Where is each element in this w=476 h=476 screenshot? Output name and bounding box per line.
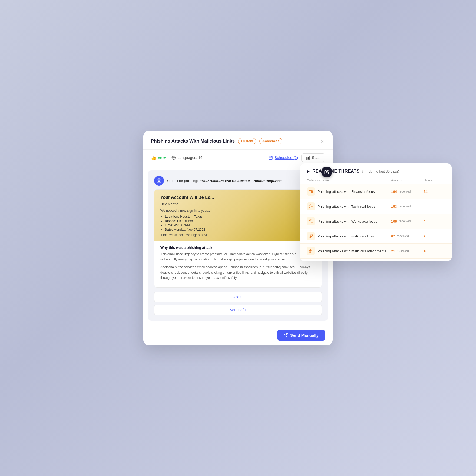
title-group: Phishing Attacks With Malicious Links Cu…	[151, 138, 282, 144]
email-intro: We noticed a new sign-in to your...	[160, 208, 316, 213]
amount-label-2: received	[399, 204, 411, 208]
list-item: Time: 4:25:07PM	[165, 223, 316, 227]
links-icon-wrap	[307, 232, 315, 240]
threat-name-label-5: Phishing attacks with malicious attachme…	[318, 249, 386, 253]
card-header: Phishing Attacks With Malicious Links Cu…	[143, 131, 333, 150]
pencil-icon	[324, 170, 329, 174]
toolbar-left: 👍 56% Languages: 16	[151, 155, 203, 160]
edit-fab-button[interactable]	[321, 167, 332, 177]
threat-amount-4: 67 received	[391, 234, 424, 238]
scheduled-button[interactable]: Scheduled (2)	[269, 156, 298, 160]
threat-amount-3: 106 received	[391, 219, 424, 223]
threat-row-2: Phishing attacks with Technical focus 15…	[300, 199, 452, 214]
not-useful-button[interactable]: Not useful	[154, 305, 322, 315]
threat-name-1: Phishing attacks with Financial focus	[307, 187, 391, 196]
phishing-banner-label: You fell for phishing:	[167, 179, 198, 183]
amount-label-4: received	[396, 234, 409, 238]
amount-label-5: received	[396, 249, 409, 253]
threat-name-3: Phishing attacks with Workplace focus	[307, 217, 391, 225]
thumb-up-icon: 👍	[151, 155, 156, 160]
stats-label: Stats	[312, 156, 320, 160]
email-title: Your Account Will Be Lo...	[160, 195, 316, 200]
send-icon	[284, 333, 288, 337]
scheduled-label: Scheduled (2)	[275, 156, 298, 160]
threat-users-4: 2	[424, 234, 445, 238]
svg-point-9	[158, 181, 159, 181]
svg-rect-6	[308, 157, 309, 159]
amount-num-2: 153	[391, 204, 397, 209]
email-greeting: Hey Martha,	[160, 202, 316, 206]
badge-custom: Custom	[238, 138, 256, 144]
email-footer-text: If that wasn't you, we highly advi...	[160, 233, 316, 237]
svg-rect-13	[309, 191, 312, 193]
list-item: Date: Monday, Nov 07,2022	[165, 228, 316, 232]
threat-name-label-4: Phishing attacks with malicious links	[318, 234, 374, 238]
threat-users-5: 10	[424, 249, 445, 253]
send-manually-button[interactable]: Send Manually	[277, 330, 325, 341]
threat-name-2: Phishing attacks with Technical focus	[307, 202, 391, 210]
email-header: Your Account Will Be Lo... Hey Martha, W…	[154, 190, 322, 241]
col-amount: Amount	[391, 178, 424, 182]
col-category: Category name	[307, 178, 391, 182]
card-footer: Send Manually	[143, 325, 333, 345]
card-title: Phishing Attacks With Malicious Links	[151, 138, 235, 144]
financial-icon-wrap	[307, 187, 315, 196]
email-body: Why this was a phishing attack: This ema…	[154, 241, 322, 287]
threats-table-header: Category name Amount Users	[300, 177, 452, 184]
main-card: Phishing Attacks With Malicious Links Cu…	[143, 131, 333, 345]
threat-users-3: 4	[424, 219, 445, 223]
close-button[interactable]: ×	[320, 137, 325, 145]
amount-num-1: 194	[391, 190, 397, 194]
likes-badge: 👍 56%	[151, 155, 166, 160]
languages-icon	[171, 156, 176, 160]
col-users: Users	[424, 178, 445, 182]
info-icon[interactable]: ℹ	[362, 169, 363, 173]
last-days: (during last 30 days)	[367, 169, 399, 173]
threat-amount-1: 194 received	[391, 190, 424, 194]
languages-badge: Languages: 16	[171, 156, 203, 160]
email-preview: Your Account Will Be Lo... Hey Martha, W…	[154, 189, 322, 288]
technical-icon	[309, 204, 313, 209]
email-list: Location: Houston, Texas Device: Pixel 6…	[165, 215, 316, 232]
likes-value: 56%	[158, 156, 166, 160]
threats-title: REAL-TIME THREATS	[312, 169, 359, 174]
amount-num-4: 67	[391, 234, 395, 238]
send-manually-label: Send Manually	[290, 333, 319, 338]
stats-button[interactable]: Stats	[301, 153, 325, 162]
threat-amount-5: 21 received	[391, 249, 424, 253]
threat-row-1: Phishing attacks with Financial focus 19…	[300, 184, 452, 199]
threat-name-label-3: Phishing attacks with Workplace focus	[318, 219, 377, 223]
svg-rect-5	[306, 158, 307, 159]
languages-value: Languages: 16	[177, 156, 203, 160]
amount-num-3: 106	[391, 219, 397, 223]
bar-chart-icon	[306, 156, 310, 160]
threat-row-5: Phishing attacks with malicious attachme…	[300, 244, 452, 259]
why-text-1: This email used urgency to create pressu…	[160, 252, 316, 262]
attachments-icon-wrap	[307, 247, 315, 255]
toolbar-right: Scheduled (2) Stats	[269, 153, 325, 162]
link-icon	[309, 234, 313, 238]
phishing-banner-text: You fell for phishing: "Your Account Wil…	[167, 178, 282, 183]
threat-amount-2: 153 received	[391, 204, 424, 209]
threat-name-4: Phishing attacks with malicious links	[307, 232, 391, 240]
svg-rect-1	[269, 156, 272, 160]
calendar-icon	[269, 156, 273, 160]
list-item: Location: Houston, Texas	[165, 215, 316, 219]
paperclip-icon	[309, 249, 313, 253]
financial-icon	[309, 189, 313, 194]
amount-num-5: 21	[391, 249, 395, 253]
workplace-icon-wrap	[307, 217, 315, 225]
useful-button[interactable]: Useful	[154, 292, 322, 302]
svg-rect-7	[309, 156, 310, 159]
threat-name-label-2: Phishing attacks with Technical focus	[318, 204, 375, 209]
why-text-2: Additionally, the sender's email address…	[160, 265, 316, 280]
bot-icon	[156, 178, 162, 183]
threat-row-4: Phishing attacks with malicious links 67…	[300, 229, 452, 244]
why-title: Why this was a phishing attack:	[160, 246, 316, 250]
svg-rect-8	[157, 180, 161, 183]
phishing-avatar	[154, 176, 164, 186]
workplace-icon	[309, 219, 313, 223]
threat-name-5: Phishing attacks with malicious attachme…	[307, 247, 391, 255]
phishing-banner-quote: "Your Account Will Be Locked – Action Re…	[199, 179, 282, 183]
phishing-banner: You fell for phishing: "Your Account Wil…	[154, 176, 322, 186]
